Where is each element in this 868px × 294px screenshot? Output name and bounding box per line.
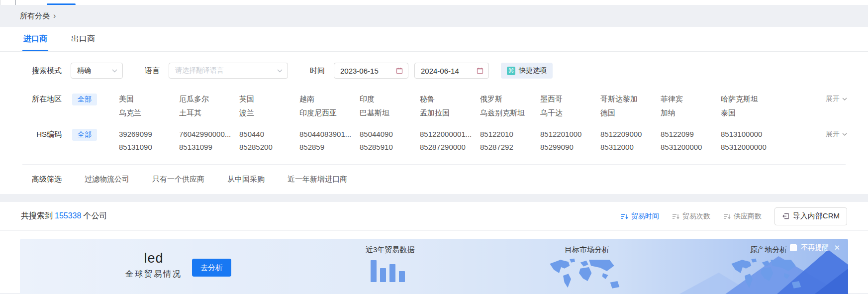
hs-code-option[interactable]: 85044090 xyxy=(360,130,420,138)
date-start-value: 2023-06-15 xyxy=(340,67,379,75)
hs-code-option[interactable]: 85299090 xyxy=(540,143,600,151)
trade-search-page: 所有分类 › 进口商 出口商 搜索模式 精确 语言 请选择翻译语言 时间 xyxy=(0,0,868,294)
search-options-row: 搜索模式 精确 语言 请选择翻译语言 时间 2023-06-15 2024-06… xyxy=(0,59,868,83)
hs-code-option[interactable]: 85287292 xyxy=(480,143,540,151)
dont-remind-label[interactable]: 不再提醒 xyxy=(801,243,829,252)
sort-trade-time[interactable]: 贸易时间 xyxy=(621,212,659,221)
import-crm-label: 导入内部CRM xyxy=(793,211,840,221)
top-tab-strip xyxy=(0,0,868,5)
sort-trade-count[interactable]: 贸易次数 xyxy=(672,212,710,221)
hs-code-expand-link[interactable]: 展开 xyxy=(826,130,847,139)
hs-code-option[interactable]: 85287290000 xyxy=(420,143,480,151)
region-option[interactable]: 哥斯达黎加 xyxy=(600,95,661,104)
banner-keyword-block: led 全球贸易情况 去分析 xyxy=(125,251,231,280)
region-option[interactable]: 德国 xyxy=(600,108,661,118)
command-icon: ⌘ xyxy=(507,67,515,75)
breadcrumb[interactable]: 所有分类 › xyxy=(20,11,56,21)
region-option[interactable]: 乌克兰 xyxy=(119,108,179,118)
language-select[interactable]: 请选择翻译语言 xyxy=(169,63,288,79)
results-count: 共搜索到155338个公司 xyxy=(21,211,107,221)
region-expand-link[interactable]: 展开 xyxy=(826,95,847,103)
sort-supplier-count[interactable]: 供应商数 xyxy=(723,212,762,221)
single-supplier-option[interactable]: 只有一个供应商 xyxy=(152,175,204,184)
region-option[interactable]: 俄罗斯 xyxy=(480,95,540,104)
close-icon[interactable]: ✕ xyxy=(834,243,840,252)
hs-code-option[interactable]: 85285910 xyxy=(360,143,420,151)
world-map-icon xyxy=(547,257,627,293)
region-option[interactable]: 印度尼西亚 xyxy=(299,108,360,118)
hs-code-option[interactable]: 8512201000 xyxy=(540,130,600,138)
advanced-filter-row: 高级筛选 过滤物流公司 只有一个供应商 从中国采购 近一年新增进口商 xyxy=(0,175,868,184)
region-option[interactable]: 土耳其 xyxy=(179,108,239,118)
date-start-input[interactable]: 2023-06-15 xyxy=(334,63,408,79)
hs-code-option[interactable]: 85312000000 xyxy=(721,143,781,151)
filter-logistics-option[interactable]: 过滤物流公司 xyxy=(85,175,129,184)
hs-code-option[interactable]: 8531200000 xyxy=(661,143,721,151)
target-market-section: 目标市场分析 xyxy=(535,245,639,294)
sourced-from-china-option[interactable]: 从中国采购 xyxy=(227,175,265,184)
quick-options-button[interactable]: ⌘ 快捷选项 xyxy=(501,63,553,79)
hs-code-option[interactable]: 85131099 xyxy=(179,143,239,151)
hs-code-option[interactable]: 85044083901... xyxy=(299,130,360,138)
region-option[interactable]: 墨西哥 xyxy=(540,95,600,104)
hs-code-option[interactable]: 85312000 xyxy=(600,143,661,151)
region-option[interactable]: 越南 xyxy=(299,95,360,104)
region-option[interactable]: 秘鲁 xyxy=(420,95,480,104)
filter-divider xyxy=(22,164,846,165)
region-option[interactable]: 加纳 xyxy=(661,108,721,118)
region-option[interactable]: 波兰 xyxy=(239,108,299,118)
region-label: 所在地区 xyxy=(31,95,62,104)
sort-descending-icon xyxy=(621,213,628,220)
hs-code-option[interactable]: 85285200 xyxy=(239,143,299,151)
region-option[interactable]: 乌兹别克斯坦 xyxy=(480,108,540,118)
region-option[interactable]: 美国 xyxy=(119,95,179,104)
region-options-grid: 美国 厄瓜多尔 英国 越南 印度 秘鲁 俄罗斯 墨西哥 哥斯达黎加 菲律宾 哈萨… xyxy=(119,95,781,118)
chevron-down-icon xyxy=(112,69,117,73)
tab-exporters[interactable]: 出口商 xyxy=(70,34,96,51)
sort-descending-icon xyxy=(723,213,731,220)
hs-code-option[interactable]: 85122099 xyxy=(661,130,721,138)
hs-code-option[interactable]: 8513100000 xyxy=(721,130,781,138)
breadcrumb-label: 所有分类 xyxy=(20,11,50,21)
region-option[interactable]: 印度 xyxy=(360,95,420,104)
hs-code-option[interactable]: 85122010 xyxy=(480,130,540,138)
chevron-right-icon: › xyxy=(53,12,56,20)
search-mode-select[interactable]: 精确 xyxy=(71,63,123,79)
new-importers-option[interactable]: 近一年新增进口商 xyxy=(288,175,347,184)
banner-keyword: led xyxy=(125,251,182,266)
hs-code-option[interactable]: 85122000001... xyxy=(420,130,480,138)
hs-code-option[interactable]: 39269099 xyxy=(119,130,179,138)
importer-exporter-tabs: 进口商 出口商 xyxy=(0,27,868,52)
dont-remind-checkbox[interactable] xyxy=(790,244,797,251)
date-end-input[interactable]: 2024-06-14 xyxy=(414,63,489,79)
hs-code-label: HS编码 xyxy=(31,130,62,139)
hs-code-option[interactable]: 76042990000... xyxy=(179,130,239,138)
hs-code-option[interactable]: 85131090 xyxy=(119,143,179,151)
analyze-button[interactable]: 去分析 xyxy=(192,259,231,277)
region-option[interactable]: 乌干达 xyxy=(540,108,600,118)
sort-trade-time-label: 贸易时间 xyxy=(631,212,659,221)
hs-code-option[interactable]: 8512209000 xyxy=(600,130,661,138)
region-option[interactable]: 巴基斯坦 xyxy=(360,108,420,118)
date-end-value: 2024-06-14 xyxy=(421,67,459,75)
import-crm-button[interactable]: 导入内部CRM xyxy=(774,207,847,225)
hs-code-options-grid: 39269099 76042990000... 850440 850440839… xyxy=(119,130,781,151)
filter-body: 搜索模式 精确 语言 请选择翻译语言 时间 2023-06-15 2024-06… xyxy=(0,52,868,194)
count-prefix: 共搜索到 xyxy=(21,211,53,220)
region-option[interactable]: 厄瓜多尔 xyxy=(179,95,239,104)
hs-code-option[interactable]: 852859 xyxy=(299,143,360,151)
region-option[interactable]: 哈萨克斯坦 xyxy=(721,95,781,104)
tab-importers[interactable]: 进口商 xyxy=(22,34,48,51)
hs-code-option[interactable]: 850440 xyxy=(239,130,299,138)
count-value: 155338 xyxy=(55,211,81,220)
region-option[interactable]: 英国 xyxy=(239,95,299,104)
sort-trade-count-label: 贸易次数 xyxy=(682,212,710,221)
origin-analysis-section: 原产地分析 xyxy=(716,245,821,294)
region-option[interactable]: 孟加拉国 xyxy=(420,108,480,118)
region-all-chip[interactable]: 全部 xyxy=(72,94,97,105)
hs-all-chip[interactable]: 全部 xyxy=(72,129,97,141)
region-option[interactable]: 菲律宾 xyxy=(661,95,721,104)
region-option[interactable]: 泰国 xyxy=(721,108,781,118)
chevron-down-icon xyxy=(842,133,847,136)
expand-label: 展开 xyxy=(826,130,840,139)
